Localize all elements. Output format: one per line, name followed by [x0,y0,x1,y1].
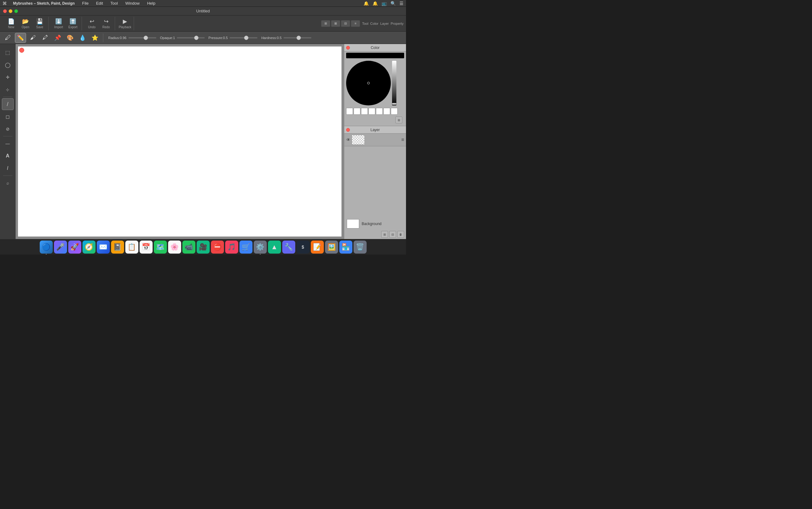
dock-reminders[interactable]: 📋 [125,241,138,253]
text-tool[interactable]: A [2,150,14,162]
color-black-bar[interactable] [346,53,404,58]
swatch-7[interactable] [391,108,398,115]
dock-photos2[interactable]: 🖼️ [325,241,338,253]
transform-select-tool[interactable]: ⊹ [2,84,14,96]
brush-tool-3[interactable]: 🖌 [27,33,38,43]
dock-news[interactable]: ⛔ [211,241,224,253]
selection-rect-tool[interactable]: ⬚ [2,46,14,58]
opaque-track[interactable] [177,37,205,38]
radius-track[interactable] [128,37,156,38]
dock-pages[interactable]: 📝 [311,241,324,253]
menu-help[interactable]: Help [146,1,157,6]
dock-launchpad[interactable]: 🚀 [68,241,81,253]
close-button[interactable] [3,9,7,13]
minimize-button[interactable] [9,9,12,13]
dock-facetime2[interactable]: 🎥 [197,241,210,253]
new-button[interactable]: 📄 New [4,17,18,30]
line-tool[interactable]: — [2,138,14,149]
dock-notes[interactable]: 📓 [111,241,124,253]
dock-appstore[interactable]: 🛒 [239,241,253,253]
pressure-thumb[interactable] [244,36,249,40]
dock-finder[interactable]: 🔵 [40,241,53,253]
brush-tool-2[interactable]: ✏️ [15,33,26,43]
add-layer-button[interactable]: ⊞ [381,231,388,238]
opaque-thumb[interactable] [194,36,198,40]
notification-icon[interactable]: 🔔 [363,1,369,6]
duplicate-layer-button[interactable]: ⊟ [389,231,396,238]
dock-trash[interactable]: 🗑️ [354,241,367,253]
dock-calendar[interactable]: 📅 [139,241,153,253]
delete-layer-button[interactable]: 🗑 [397,231,404,238]
notification2-icon[interactable]: 🔔 [372,1,378,6]
view-btn-3[interactable]: ⊟ [341,20,350,27]
brush-tool-8[interactable]: ⭐ [89,33,100,43]
menu-tool[interactable]: Tool [109,1,119,6]
brush-tool-1[interactable]: 🖊 [2,33,14,43]
eraser-tool[interactable]: ◻ [2,111,14,123]
dock-sysprefs[interactable]: ⚙️ [254,241,267,253]
swatch-1[interactable] [346,108,353,115]
dock-terminal[interactable]: $ [296,241,310,253]
save-button[interactable]: 💾 Save [33,17,46,30]
brush-tool-7[interactable]: 💧 [77,33,88,43]
view-btn-4[interactable]: ≡ [351,20,360,27]
hardness-track[interactable] [284,37,312,38]
dock-photos[interactable]: 🌸 [168,241,181,253]
dock-store[interactable]: 🏪 [339,241,352,253]
color-wheel[interactable] [346,61,391,105]
dock-mail[interactable]: ✉️ [97,241,110,253]
view-btn-2[interactable]: ⊠ [331,20,340,27]
selection-oval-tool[interactable]: ◯ [2,59,14,71]
layer-menu-button[interactable]: ≡ [401,137,404,143]
menu-window[interactable]: Window [124,1,141,6]
redo-button[interactable]: ↪ Redo [99,17,113,30]
brush-tool-4[interactable]: 🖍 [40,33,51,43]
layer-visibility-icon[interactable]: 👁 [346,137,351,142]
brightness-slider[interactable] [392,61,396,105]
dock-music[interactable]: 🎵 [225,241,238,253]
dock-siri[interactable]: 🎤 [54,241,67,253]
export-label: Export [69,26,77,29]
swatch-6[interactable] [383,108,390,115]
hardness-thumb[interactable] [296,36,301,40]
maximize-button[interactable] [14,9,18,13]
apple-menu[interactable]: ⌘ [2,1,7,6]
dock-maps[interactable]: 🗺️ [154,241,167,253]
export-button[interactable]: ⬆️ Export [66,17,80,30]
dock-safari[interactable]: 🧭 [83,241,96,253]
eyedropper-tool[interactable]: ⊘ [2,123,14,135]
menu-file[interactable]: File [81,1,90,6]
color-settings-button[interactable]: ⊞ [395,116,402,123]
swatch-5[interactable] [376,108,383,115]
playback-button[interactable]: ▶ Playback [118,17,132,30]
brush-tool-6[interactable]: 🎨 [65,33,76,43]
swatch-2[interactable] [354,108,360,115]
brightness-thumb[interactable] [392,103,396,105]
pressure-track[interactable] [229,37,257,38]
airplay-icon[interactable]: 📺 [382,1,387,6]
controls-icon[interactable]: ☰ [399,1,403,6]
color-panel-close[interactable] [346,46,350,49]
view-btn-1[interactable]: ⊞ [321,20,330,27]
dock-camo[interactable]: ▲ [268,241,281,253]
transform-tool[interactable]: ✛ [2,71,14,83]
swatch-4[interactable] [368,108,375,115]
brush-tool-5[interactable]: 📌 [52,33,63,43]
swatch-3[interactable] [361,108,368,115]
background-swatch[interactable] [347,219,359,229]
italic-tool[interactable]: I [2,163,14,174]
canvas-close-button[interactable] [19,48,24,53]
menu-edit[interactable]: Edit [95,1,104,6]
zoom-tool[interactable]: ⌕ [2,177,14,189]
undo-button[interactable]: ↩ Undo [85,17,99,30]
pen-tool[interactable]: / [2,98,14,110]
layer-panel-close[interactable] [346,128,350,132]
radius-thumb[interactable] [143,36,148,40]
canvas[interactable] [18,46,342,237]
layer-thumbnail[interactable] [352,135,365,145]
search-icon[interactable]: 🔍 [390,1,396,6]
dock-facetime[interactable]: 📹 [183,241,195,253]
import-button[interactable]: ⬇️ Import [52,17,65,30]
dock-toolbox[interactable]: 🔧 [282,241,295,253]
open-button[interactable]: 📂 Open [19,17,32,30]
